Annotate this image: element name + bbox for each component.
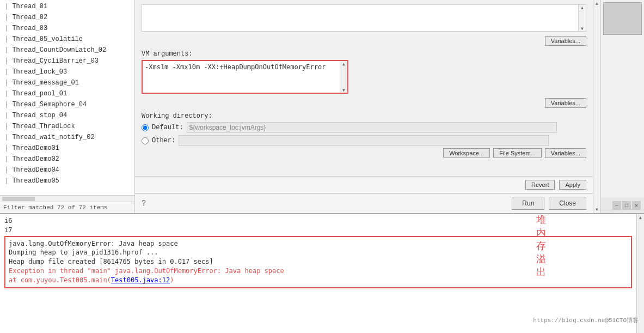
maximize-icon[interactable]: □ [622, 201, 631, 210]
other-input[interactable] [179, 135, 549, 146]
scroll-down-arrow[interactable]: ▼ [580, 26, 585, 31]
sidebar-scrollbar-thumb[interactable] [2, 197, 35, 201]
workspace-button[interactable]: Workspace... [443, 148, 490, 158]
sidebar-item[interactable]: Thread_ThradLock [0, 121, 134, 132]
working-dir-buttons: Workspace... File System... Variables... [142, 148, 586, 158]
prog-args-scrollbar[interactable]: ▲ ▼ [578, 5, 586, 31]
sidebar-item[interactable]: Thread_05_volatile [0, 34, 134, 45]
sidebar-item[interactable]: Thread_pool_01 [0, 88, 134, 99]
sidebar-scrollbar-h[interactable] [0, 195, 134, 202]
minimize-icon[interactable]: ─ [612, 201, 621, 210]
vm-args-scrollbar[interactable]: ▲ ▼ [340, 61, 347, 93]
sidebar-item[interactable]: Thread_Semaphore_04 [0, 99, 134, 110]
sidebar-footer: Filter matched 72 of 72 items [0, 202, 134, 213]
sidebar-item[interactable]: ThreadDemo01 [0, 143, 134, 154]
sidebar-item[interactable]: Thread_02 [0, 12, 134, 23]
console-error-line: Dumping heap to java_pid1316.hprof ... [9, 248, 628, 257]
sidebar: Thread_01Thread_02Thread_03Thread_05_vol… [0, 0, 135, 213]
sidebar-item[interactable]: Thread_stop_04 [0, 110, 134, 121]
other-radio-row: Other: [142, 135, 586, 146]
default-radio-row: Default: [142, 122, 586, 133]
exception-line: Exception in thread "main" java.lang.Out… [9, 267, 628, 276]
sidebar-item[interactable]: Thread_lock_03 [0, 66, 134, 77]
default-input[interactable] [187, 122, 557, 133]
sidebar-item[interactable]: ThreadDemo04 [0, 165, 134, 175]
console-scroll-up[interactable]: ▲ [637, 214, 644, 221]
dialog-panel: ▲ ▼ Variables... VM arguments: [135, 0, 600, 213]
variables-btn-row1: Variables... [142, 36, 586, 46]
sidebar-item[interactable]: Thread_CountDownLatch_02 [0, 45, 134, 56]
bottom-section: i6i7 java.lang.OutOfMemoryError: Java he… [0, 213, 644, 333]
variables-button-1[interactable]: Variables... [545, 36, 586, 46]
close-button[interactable]: Close [549, 197, 586, 210]
prog-args-textarea[interactable]: ▲ ▼ [142, 4, 586, 32]
console-error-line: java.lang.OutOfMemoryError: Java heap sp… [9, 239, 628, 249]
dialog-right-scrollbar[interactable]: ▲ ▼ [593, 0, 600, 213]
sidebar-item[interactable]: Thread_01 [0, 1, 134, 12]
watermark: https://blog.csdn.ne@51CTO博客 [533, 316, 639, 324]
sidebar-item[interactable]: ThreadDemo02 [0, 154, 134, 165]
at-line: at com.yuyou.Test005.main(Test005.java:1… [9, 276, 628, 285]
sidebar-item[interactable]: Thread_message_01 [0, 77, 134, 88]
right-panel-top [601, 0, 644, 198]
other-radio[interactable] [142, 137, 149, 144]
revert-apply-row: Revert Apply [135, 176, 593, 193]
revert-button[interactable]: Revert [525, 180, 555, 190]
help-icon[interactable]: ? [142, 199, 146, 208]
heap-label: 堆内存溢出 [536, 213, 546, 278]
at-link[interactable]: Test005.java:12 [111, 276, 170, 284]
variables-button-2[interactable]: Variables... [545, 98, 586, 108]
right-panel-icons: ─ □ ✕ [601, 198, 644, 213]
variables-btn-row2: Variables... [142, 98, 586, 108]
vm-args-value: -Xms1m -Xmx10m -XX:+HeapDumpOnOutOfMemor… [145, 63, 338, 90]
exception-text: Exception in thread "main" java.lang.Out… [9, 267, 284, 275]
default-radio[interactable] [142, 124, 149, 131]
sidebar-item[interactable]: Thread_CycliBarrier_03 [0, 56, 134, 66]
other-label: Other: [152, 137, 175, 144]
vm-scroll-up[interactable]: ▲ [341, 61, 347, 66]
dialog-content: ▲ ▼ Variables... VM arguments: [135, 0, 593, 213]
dialog-scroll-up[interactable]: ▲ [593, 0, 600, 7]
at-suffix: ) [170, 276, 174, 284]
sidebar-item[interactable]: Thread_wait_notify_02 [0, 132, 134, 143]
vm-scroll-down[interactable]: ▼ [341, 87, 347, 93]
sidebar-item[interactable]: ThreadDemo05 [0, 175, 134, 186]
variables-button-3[interactable]: Variables... [545, 148, 586, 158]
filesystem-button[interactable]: File System... [493, 148, 542, 158]
sidebar-item[interactable]: Thread_03 [0, 23, 134, 34]
scroll-up-arrow[interactable]: ▲ [580, 5, 585, 10]
console-error-lines: java.lang.OutOfMemoryError: Java heap sp… [9, 239, 628, 267]
working-dir-label: Working directory: [142, 112, 586, 120]
run-close-row: ? Run Close [135, 193, 593, 213]
run-button[interactable]: Run [512, 197, 544, 210]
apply-button[interactable]: Apply [559, 180, 586, 190]
console-right-scrollbar[interactable]: ▲ [636, 214, 644, 333]
dialog-body: ▲ ▼ Variables... VM arguments: [135, 0, 593, 176]
vm-args-section: VM arguments: -Xms1m -Xmx10m -XX:+HeapDu… [142, 50, 586, 94]
default-label: Default: [152, 124, 183, 131]
dialog-scroll-down[interactable]: ▼ [593, 206, 600, 213]
close-panel-icon[interactable]: ✕ [632, 201, 641, 210]
right-panel: ─ □ ✕ [600, 0, 644, 213]
sidebar-list[interactable]: Thread_01Thread_02Thread_03Thread_05_vol… [0, 0, 134, 195]
console-error-line: Heap dump file created [8614765 bytes in… [9, 257, 628, 267]
at-prefix: at com.yuyou.Test005.main( [9, 276, 111, 284]
vm-args-textarea[interactable]: -Xms1m -Xmx10m -XX:+HeapDumpOnOutOfMemor… [142, 60, 348, 94]
vm-args-label: VM arguments: [142, 50, 586, 58]
working-dir-section: Working directory: Default: Other: [142, 112, 586, 158]
prog-args-area: ▲ ▼ [142, 4, 586, 32]
